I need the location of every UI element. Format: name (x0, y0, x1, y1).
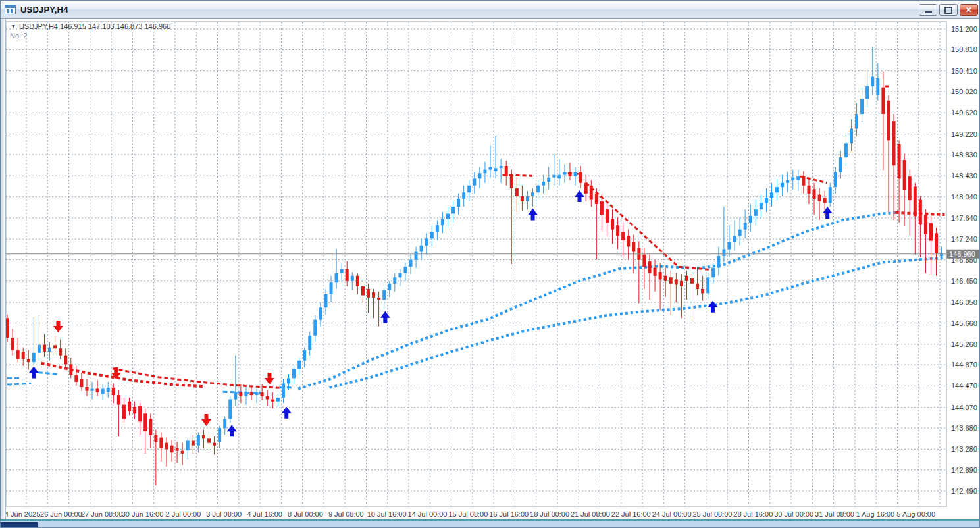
candle-body (276, 398, 280, 402)
candle-body (600, 201, 604, 215)
candle-body (80, 379, 83, 387)
candle-body (749, 216, 752, 223)
svg-text:147.640: 147.640 (951, 214, 977, 222)
candle-body (361, 286, 365, 296)
restore-button[interactable] (939, 4, 958, 16)
candle-body (48, 348, 51, 352)
candle-body (382, 290, 386, 300)
candle-body (860, 99, 864, 114)
candle-body (606, 209, 609, 223)
candle-body (192, 440, 195, 445)
svg-text:26 Jun 00:00: 26 Jun 00:00 (40, 510, 82, 518)
candle-body (547, 178, 550, 182)
candle-body (648, 261, 651, 273)
expert-counter-label: No.:2 (10, 32, 27, 40)
candle-body (250, 392, 253, 395)
candle-body (154, 435, 157, 442)
candle-body (914, 186, 917, 216)
candle-body (924, 215, 927, 234)
candle-body (69, 364, 72, 375)
candle-body (43, 345, 46, 352)
candle-body (133, 407, 136, 413)
candle-body (436, 225, 439, 232)
candle-body (112, 388, 115, 395)
candle-body (143, 413, 147, 431)
svg-text:150.810: 150.810 (951, 45, 977, 53)
candle-body (919, 200, 922, 225)
candle-body (621, 232, 625, 240)
candle-body (478, 173, 481, 178)
candle-body (74, 375, 78, 382)
candle-body (675, 279, 678, 284)
candle-body (64, 356, 67, 365)
candle-body (791, 178, 794, 180)
candle-body (903, 160, 906, 190)
candle-body (855, 114, 858, 129)
svg-text:145.260: 145.260 (951, 340, 977, 348)
candle-body (876, 78, 879, 95)
svg-text:30 Jun 16:00: 30 Jun 16:00 (122, 510, 164, 518)
candle-body (770, 192, 773, 198)
candle-body (38, 345, 41, 353)
candle-body (563, 172, 566, 175)
candle-body (340, 269, 344, 273)
candle-body (595, 194, 598, 204)
candle-body (85, 387, 88, 391)
svg-text:30 Jul 00:00: 30 Jul 00:00 (774, 510, 813, 518)
window-title: USDJPY,H4 (20, 5, 68, 14)
candle-body (451, 207, 455, 213)
candle-body (510, 175, 513, 188)
candle-body (181, 451, 184, 454)
plot-area (6, 22, 946, 506)
candle-body (186, 440, 190, 450)
candle-body (584, 183, 588, 194)
candle-body (898, 144, 901, 178)
candle-body (781, 183, 784, 187)
candle-body (292, 369, 296, 379)
candle-body (865, 86, 869, 99)
candle-body (521, 196, 524, 201)
candle-body (324, 294, 327, 307)
svg-text:8 Jul 00:00: 8 Jul 00:00 (288, 510, 323, 518)
candle-body (887, 101, 890, 140)
symbol-ohlc-line: USDJPY,H4 146.915 147.103 146.873 146.96… (19, 22, 170, 30)
svg-text:25 Jul 08:00: 25 Jul 08:00 (692, 510, 732, 518)
chart-header: ▼USDJPY,H4 146.915 147.103 146.873 146.9… (10, 22, 170, 30)
candle-body (738, 230, 742, 236)
candle-body (239, 392, 242, 396)
candle-body (388, 284, 391, 290)
candle-body (654, 268, 657, 276)
close-button[interactable]: ✕ (960, 4, 978, 16)
candle-body (659, 272, 662, 279)
svg-text:149.620: 149.620 (951, 109, 977, 117)
candle-body (552, 175, 555, 178)
svg-text:21 Jul 08:00: 21 Jul 08:00 (571, 510, 610, 518)
candle-body (850, 129, 853, 144)
candle-body (765, 198, 768, 203)
candle-body (415, 252, 418, 260)
chart-canvas[interactable]: 151.200150.810150.410150.020149.620149.2… (1, 19, 980, 519)
title-bar[interactable]: USDJPY,H4 ✕ (1, 1, 980, 19)
candle-body (935, 233, 938, 253)
svg-text:142.890: 142.890 (951, 466, 977, 474)
svg-text:150.020: 150.020 (951, 88, 977, 95)
candle-body (526, 196, 529, 201)
candle-body (796, 176, 800, 180)
svg-text:5 Aug 00:00: 5 Aug 00:00 (896, 510, 935, 518)
candle-body (398, 273, 401, 277)
candle-body (297, 361, 301, 369)
candle-body (627, 236, 630, 246)
candle-body (505, 166, 508, 176)
candle-body (829, 187, 832, 203)
svg-text:150.410: 150.410 (951, 67, 977, 75)
candle-body (489, 167, 492, 170)
candle-body (159, 438, 163, 448)
symbol-dropdown-icon: ▼ (11, 23, 16, 30)
candle-body (96, 388, 99, 392)
close-icon: ✕ (966, 6, 972, 14)
candle-body (261, 392, 264, 396)
candle-body (351, 276, 354, 281)
candle-body (228, 400, 232, 419)
candle-body (218, 428, 221, 442)
minimize-button[interactable] (919, 4, 937, 16)
